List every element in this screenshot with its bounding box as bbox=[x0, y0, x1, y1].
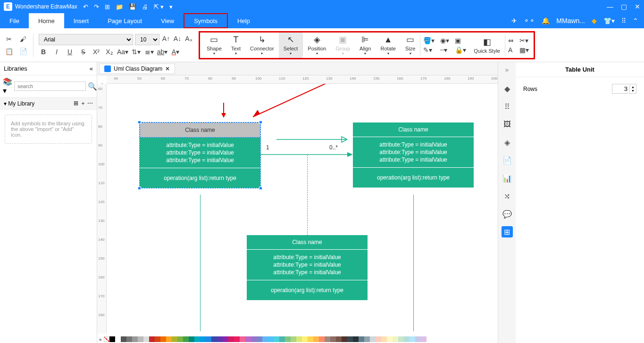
font-size-select[interactable]: 10 bbox=[135, 34, 159, 45]
color-swatch[interactable] bbox=[172, 336, 177, 342]
format-painter-icon[interactable]: 🖌 bbox=[18, 34, 28, 44]
connector-line-right[interactable] bbox=[413, 195, 414, 331]
library-menu-icon[interactable]: 📚▾ bbox=[3, 77, 12, 95]
collapse-left-icon[interactable]: « bbox=[90, 65, 93, 72]
color-swatch[interactable] bbox=[194, 336, 200, 342]
color-swatch[interactable] bbox=[149, 336, 155, 342]
save-icon[interactable]: 💾 bbox=[129, 3, 136, 10]
rows-stepper[interactable]: ▲▼ bbox=[612, 84, 636, 94]
color-swatch[interactable] bbox=[143, 336, 149, 342]
color-swatch[interactable] bbox=[206, 336, 211, 342]
comment-tool-icon[interactable]: 💬 bbox=[502, 208, 513, 220]
subscript-icon[interactable]: X₂ bbox=[105, 47, 114, 57]
redo-icon[interactable]: ↷ bbox=[94, 3, 99, 10]
arrange-icon[interactable]: ▦▾ bbox=[519, 46, 529, 54]
font-shrink-icon[interactable]: A↓ bbox=[173, 34, 182, 43]
class-name-2[interactable]: Class name bbox=[353, 122, 474, 137]
image-tool-icon[interactable]: 🖼 bbox=[502, 119, 513, 130]
color-swatch[interactable] bbox=[296, 336, 302, 342]
connector-button[interactable]: ↳Connector▾ bbox=[245, 33, 279, 58]
size-button[interactable]: ▭Size▾ bbox=[401, 33, 420, 58]
color-swatch[interactable] bbox=[138, 336, 143, 342]
close-icon[interactable]: ✕ bbox=[635, 3, 640, 10]
layers-tool-icon[interactable]: ◈ bbox=[502, 137, 513, 148]
connector-open-arrow[interactable] bbox=[276, 135, 357, 144]
color-swatch[interactable] bbox=[121, 336, 126, 342]
library-search-input[interactable] bbox=[14, 82, 86, 91]
color-swatch[interactable] bbox=[274, 336, 279, 342]
font-family-select[interactable]: Arial bbox=[39, 34, 133, 45]
menu-symbols[interactable]: Symbols bbox=[184, 13, 228, 28]
clear-format-icon[interactable]: Aₓ bbox=[184, 34, 193, 43]
class-op-3[interactable]: operation(arg list):return type bbox=[247, 280, 368, 300]
user-label[interactable]: MMawn... bbox=[556, 17, 585, 24]
color-swatch[interactable] bbox=[381, 336, 387, 342]
no-color-swatch[interactable] bbox=[104, 336, 109, 342]
new-icon[interactable]: ⊞ bbox=[105, 3, 110, 10]
rotate-button[interactable]: ▲Rotate▾ bbox=[376, 33, 401, 58]
dash-icon[interactable]: ┄▾ bbox=[440, 46, 449, 54]
font-grow-icon[interactable]: A↑ bbox=[161, 34, 171, 43]
connector-solid-arrow[interactable] bbox=[260, 150, 355, 159]
color-swatch[interactable] bbox=[189, 336, 194, 342]
menu-home[interactable]: Home bbox=[29, 13, 64, 28]
color-swatch[interactable] bbox=[398, 336, 404, 342]
color-swatch[interactable] bbox=[302, 336, 308, 342]
group-button[interactable]: ▣Group▾ bbox=[331, 33, 355, 58]
color-swatch[interactable] bbox=[200, 336, 206, 342]
open-icon[interactable]: 📁 bbox=[116, 3, 123, 10]
search-icon[interactable]: 🔍 bbox=[88, 82, 97, 91]
color-swatch[interactable] bbox=[228, 336, 234, 342]
color-swatch[interactable] bbox=[177, 336, 183, 342]
color-swatch[interactable] bbox=[240, 336, 245, 342]
color-swatch[interactable] bbox=[387, 336, 393, 342]
color-swatch[interactable] bbox=[245, 336, 251, 342]
document-tab[interactable]: Uml Class Diagram ✕ bbox=[99, 64, 175, 74]
bullets-icon[interactable]: ≣▾ bbox=[144, 47, 154, 57]
same-width-icon[interactable]: ⇔ bbox=[508, 37, 514, 44]
menu-page-layout[interactable]: Page Layout bbox=[98, 13, 151, 28]
fill-icon[interactable]: 🪣▾ bbox=[423, 37, 435, 44]
class-attrs-3[interactable]: attribute:Type = initialValueattribute:T… bbox=[247, 250, 368, 280]
premium-icon[interactable]: ◆ bbox=[592, 17, 597, 24]
collapse-ribbon-icon[interactable]: ⌃ bbox=[633, 17, 638, 24]
color-swatch[interactable] bbox=[166, 336, 172, 342]
line-icon[interactable]: ✎▾ bbox=[423, 46, 435, 54]
close-tab-icon[interactable]: ✕ bbox=[165, 65, 170, 72]
color-swatch[interactable] bbox=[421, 336, 427, 342]
shape-button[interactable]: ▭Shape▾ bbox=[202, 33, 226, 58]
apps-icon[interactable]: ⠿ bbox=[621, 17, 626, 24]
theme-icon[interactable]: 👕▾ bbox=[603, 17, 615, 24]
color-swatch[interactable] bbox=[217, 336, 223, 342]
color-swatch[interactable] bbox=[126, 336, 132, 342]
rows-down-icon[interactable]: ▼ bbox=[630, 89, 636, 93]
menu-insert[interactable]: Insert bbox=[64, 13, 99, 28]
color-swatch[interactable] bbox=[251, 336, 257, 342]
italic-icon[interactable]: I bbox=[52, 47, 61, 57]
grid-tool-icon[interactable]: ⠿ bbox=[502, 101, 513, 112]
font-style-icon[interactable]: A bbox=[508, 46, 514, 54]
send-icon[interactable]: ✈ bbox=[511, 17, 517, 24]
qat-overflow-icon[interactable]: ▾ bbox=[169, 3, 173, 10]
notification-icon[interactable]: 🔔 bbox=[542, 17, 550, 24]
rows-up-icon[interactable]: ▲ bbox=[630, 85, 636, 89]
lib-actions[interactable]: ⊞ ＋ ⋯ bbox=[74, 99, 93, 107]
color-swatch[interactable] bbox=[319, 336, 325, 342]
copy-icon[interactable]: 📋 bbox=[4, 47, 14, 56]
lock-icon[interactable]: 🔒▾ bbox=[455, 46, 466, 54]
undo-icon[interactable]: ↶ bbox=[83, 3, 88, 10]
quick-style-button[interactable]: ◧Quick Style bbox=[469, 33, 505, 58]
color-swatch[interactable] bbox=[415, 336, 421, 342]
color-swatch[interactable] bbox=[359, 336, 364, 342]
color-swatch[interactable] bbox=[376, 336, 381, 342]
position-button[interactable]: ◈Position▾ bbox=[303, 33, 331, 58]
minimize-icon[interactable]: — bbox=[607, 3, 613, 10]
export-icon[interactable]: ⇱ ▾ bbox=[154, 3, 164, 10]
page-tool-icon[interactable]: 📄 bbox=[502, 155, 513, 166]
color-swatch[interactable] bbox=[325, 336, 330, 342]
class-attrs-2[interactable]: attribute:Type = initialValueattribute:T… bbox=[353, 137, 474, 168]
highlight-icon[interactable]: ab▾ bbox=[158, 47, 167, 57]
underline-icon[interactable]: U bbox=[65, 47, 75, 57]
class-name-3[interactable]: Class name bbox=[247, 235, 368, 250]
line-spacing-icon[interactable]: ⇅▾ bbox=[131, 47, 141, 57]
